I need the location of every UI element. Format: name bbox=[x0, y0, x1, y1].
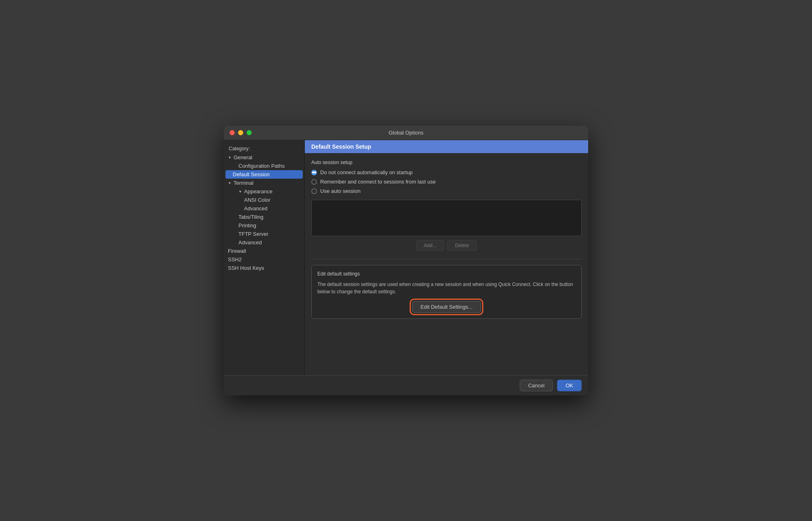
bottom-bar: Cancel OK bbox=[224, 375, 588, 395]
sidebar-item-firewall-label: Firewall bbox=[228, 248, 246, 254]
sidebar-item-configuration-paths[interactable]: Configuration Paths bbox=[224, 162, 304, 170]
edit-default-desc: The default session settings are used wh… bbox=[317, 281, 576, 295]
sidebar-item-appearance-label: Appearance bbox=[244, 188, 272, 194]
sidebar-item-ansi-color-label: ANSI Color bbox=[244, 197, 270, 203]
radio-remember-connect[interactable]: Remember and connect to sessions from la… bbox=[311, 179, 582, 185]
sidebar-item-general-label: General bbox=[234, 154, 252, 160]
sidebar: Category: ▼ General Configuration Paths … bbox=[224, 140, 305, 375]
cancel-button[interactable]: Cancel bbox=[520, 380, 553, 391]
panel-body: Auto session setup Do not connect automa… bbox=[305, 153, 588, 375]
sidebar-item-ssh-host-keys-label: SSH Host Keys bbox=[228, 265, 264, 271]
add-delete-button-row: Add... Delete bbox=[311, 240, 582, 251]
sidebar-item-advanced-terminal-label: Advanced bbox=[238, 239, 262, 246]
sidebar-item-printing-label: Printing bbox=[238, 222, 256, 228]
sidebar-item-ssh2[interactable]: SSH2 bbox=[224, 255, 304, 264]
radio-label-auto: Use auto session bbox=[320, 188, 361, 194]
edit-default-btn-container: Edit Default Settings... bbox=[317, 301, 576, 313]
panel-header: Default Session Setup bbox=[305, 140, 588, 153]
sidebar-item-default-session[interactable]: Default Session bbox=[225, 170, 303, 179]
maximize-button[interactable] bbox=[247, 130, 252, 135]
sidebar-item-advanced-appearance-label: Advanced bbox=[244, 205, 268, 211]
close-button[interactable] bbox=[230, 130, 235, 135]
session-list-area bbox=[311, 200, 582, 236]
title-bar: Global Options bbox=[224, 126, 588, 140]
category-label: Category: bbox=[224, 143, 304, 153]
radio-circle-remember bbox=[311, 179, 317, 185]
add-button[interactable]: Add... bbox=[416, 240, 444, 251]
radio-circle-no-connect bbox=[311, 170, 317, 175]
sidebar-item-advanced-appearance[interactable]: Advanced bbox=[224, 204, 304, 213]
sidebar-item-tabs-tiling-label: Tabs/Tiling bbox=[238, 214, 264, 220]
radio-label-no-connect: Do not connect automatically on startup bbox=[320, 169, 412, 175]
section-divider bbox=[311, 259, 582, 259]
global-options-window: Global Options Category: ▼ General Confi… bbox=[224, 126, 588, 395]
sidebar-item-tabs-tiling[interactable]: Tabs/Tiling bbox=[224, 213, 304, 221]
triangle-icon-appearance: ▼ bbox=[238, 190, 242, 194]
main-content: Category: ▼ General Configuration Paths … bbox=[224, 140, 588, 375]
right-panel: Default Session Setup Auto session setup… bbox=[305, 140, 588, 375]
delete-button[interactable]: Delete bbox=[447, 240, 477, 251]
radio-no-connect[interactable]: Do not connect automatically on startup bbox=[311, 169, 582, 175]
sidebar-item-advanced-terminal[interactable]: Advanced bbox=[224, 238, 304, 247]
edit-default-section: Edit default settings The default sessio… bbox=[311, 265, 582, 319]
ok-button[interactable]: OK bbox=[557, 380, 582, 391]
window-title: Global Options bbox=[389, 130, 423, 136]
sidebar-item-firewall[interactable]: Firewall bbox=[224, 247, 304, 255]
radio-auto-session[interactable]: Use auto session bbox=[311, 188, 582, 194]
edit-default-label: Edit default settings bbox=[317, 271, 576, 277]
radio-circle-auto bbox=[311, 188, 317, 194]
edit-default-settings-button[interactable]: Edit Default Settings... bbox=[412, 301, 481, 313]
traffic-lights bbox=[230, 130, 252, 135]
sidebar-item-ssh-host-keys[interactable]: SSH Host Keys bbox=[224, 264, 304, 272]
sidebar-item-terminal-label: Terminal bbox=[234, 180, 253, 186]
sidebar-item-appearance[interactable]: ▼ Appearance bbox=[224, 187, 304, 196]
sidebar-item-ansi-color[interactable]: ANSI Color bbox=[224, 196, 304, 204]
minimize-button[interactable] bbox=[238, 130, 243, 135]
sidebar-item-general[interactable]: ▼ General bbox=[224, 153, 304, 162]
sidebar-item-configuration-paths-label: Configuration Paths bbox=[238, 163, 285, 169]
radio-group: Do not connect automatically on startup … bbox=[311, 169, 582, 194]
triangle-icon-terminal: ▼ bbox=[228, 181, 232, 185]
sidebar-item-terminal[interactable]: ▼ Terminal bbox=[224, 179, 304, 187]
sidebar-item-printing[interactable]: Printing bbox=[224, 221, 304, 230]
sidebar-item-ssh2-label: SSH2 bbox=[228, 256, 242, 263]
radio-label-remember: Remember and connect to sessions from la… bbox=[320, 179, 436, 185]
sidebar-item-tftp-server-label: TFTP Server bbox=[238, 231, 268, 237]
sidebar-item-tftp-server[interactable]: TFTP Server bbox=[224, 230, 304, 238]
sidebar-item-default-session-label: Default Session bbox=[233, 171, 270, 177]
auto-session-label: Auto session setup bbox=[311, 160, 582, 165]
triangle-icon: ▼ bbox=[228, 156, 232, 160]
